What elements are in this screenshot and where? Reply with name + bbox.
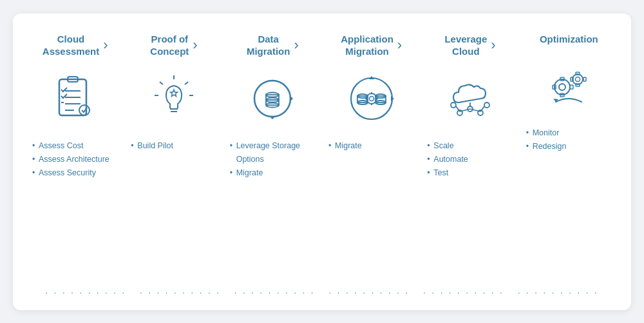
svg-marker-17 xyxy=(270,117,275,119)
chevron-icon-5: › xyxy=(491,37,495,54)
bullet-item: Redesign xyxy=(526,140,567,153)
stage-header-optimization: Optimization xyxy=(520,33,618,46)
bullet-item: Assess Security xyxy=(32,166,96,180)
svg-point-53 xyxy=(573,74,583,84)
stage-title-proof-of-concept: Proof ofConcept xyxy=(150,33,189,58)
bullets-proof-of-concept: Build Pilot xyxy=(124,139,223,153)
svg-point-48 xyxy=(559,84,565,90)
bullet-item: Monitor xyxy=(526,126,560,140)
stages-container: CloudAssessment › xyxy=(26,33,618,181)
bullet-item: Build Pilot xyxy=(131,139,173,153)
stage-header-cloud-assessment: CloudAssessment › xyxy=(26,33,124,58)
icon-application-migration xyxy=(343,70,401,128)
stage-header-data-migration: DataMigration › xyxy=(223,33,322,58)
svg-point-47 xyxy=(554,79,570,95)
chevron-icon-2: › xyxy=(193,37,197,54)
bullet-item: Automate xyxy=(427,153,468,166)
stage-optimization: Optimization xyxy=(520,33,618,154)
icon-data-migration xyxy=(243,70,301,128)
svg-marker-16 xyxy=(290,96,293,101)
bullets-data-migration: Leverage Storage Options Migrate xyxy=(223,139,322,181)
svg-point-41 xyxy=(484,103,489,108)
bullet-item: Migrate xyxy=(328,139,362,153)
stage-title-cloud-assessment: CloudAssessment xyxy=(43,33,99,58)
bullet-item: Scale xyxy=(427,139,453,153)
svg-line-11 xyxy=(160,82,163,84)
bullets-leverage-cloud: Scale Automate Test xyxy=(421,139,519,181)
stage-cloud-assessment: CloudAssessment › xyxy=(26,33,124,181)
stage-leverage-cloud: LeverageCloud › xyxy=(421,33,519,181)
svg-rect-58 xyxy=(583,77,586,81)
bullets-cloud-assessment: Assess Cost Assess Architecture Assess S… xyxy=(26,139,124,181)
stage-title-leverage-cloud: LeverageCloud xyxy=(444,33,487,58)
main-card: CloudAssessment › xyxy=(13,14,631,310)
svg-rect-52 xyxy=(570,85,573,89)
icon-optimization xyxy=(540,57,598,115)
bullets-application-migration: Migrate xyxy=(322,139,421,153)
stage-application-migration: ApplicationMigration › xyxy=(322,33,421,153)
chevron-icon-4: › xyxy=(397,37,402,54)
dots-5: · · · · · · · · · · xyxy=(417,288,511,297)
icon-leverage-cloud xyxy=(441,70,499,128)
dots-6: · · · · · · · · · · xyxy=(511,288,605,297)
bullets-optimization: Monitor Redesign xyxy=(520,126,618,154)
svg-point-29 xyxy=(369,96,374,101)
bullet-item: Leverage Storage Options xyxy=(230,139,322,167)
bullet-item: Assess Cost xyxy=(32,139,83,153)
dots-2: · · · · · · · · · · xyxy=(133,288,228,297)
dots-row: · · · · · · · · · · · · · · · · · · · · … xyxy=(26,288,618,297)
stage-title-optimization: Optimization xyxy=(540,33,598,46)
svg-point-54 xyxy=(576,77,580,82)
dots-1: · · · · · · · · · · xyxy=(39,288,133,297)
stage-data-migration: DataMigration › xyxy=(223,33,322,181)
stage-proof-of-concept: Proof ofConcept › xyxy=(124,33,223,153)
icon-proof-of-concept xyxy=(145,70,203,128)
svg-line-9 xyxy=(185,82,188,84)
svg-marker-15 xyxy=(170,90,177,97)
stage-header-leverage-cloud: LeverageCloud › xyxy=(421,33,519,58)
stage-header-application-migration: ApplicationMigration › xyxy=(322,33,421,58)
dots-3: · · · · · · · · · · xyxy=(227,288,322,297)
stage-title-data-migration: DataMigration xyxy=(247,33,290,58)
bullet-item: Test xyxy=(427,166,448,180)
stage-header-proof-of-concept: Proof ofConcept › xyxy=(124,33,223,58)
icon-cloud-assessment xyxy=(46,70,104,128)
svg-point-40 xyxy=(451,103,456,108)
dots-4: · · · · · · · · · · xyxy=(322,288,417,297)
bullet-item: Migrate xyxy=(230,166,263,180)
bullet-item: Assess Architecture xyxy=(32,153,109,166)
chevron-icon-3: › xyxy=(294,37,298,54)
stage-title-application-migration: ApplicationMigration xyxy=(341,33,393,58)
chevron-icon-1: › xyxy=(103,37,108,54)
